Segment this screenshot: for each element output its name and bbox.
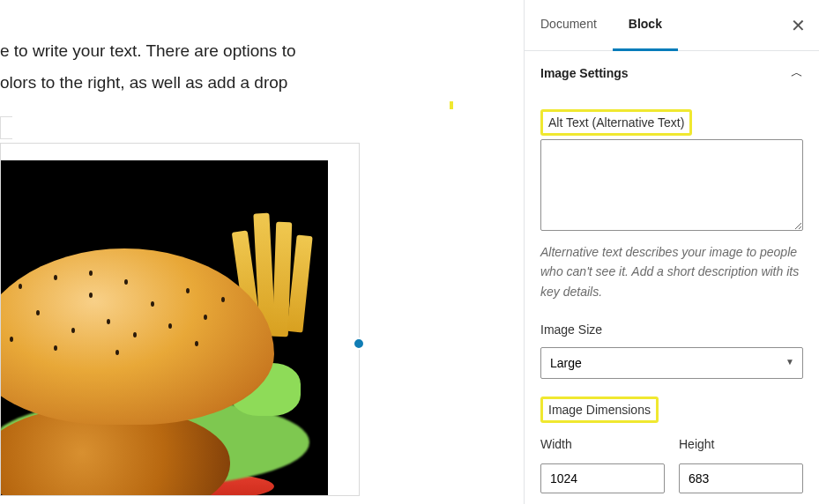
dimensions-row: Width Height (540, 437, 803, 493)
image-settings-panel: Alt Text (Alternative Text) Alternative … (525, 95, 819, 504)
paragraph-text: e to write your text. There are options … (0, 35, 506, 99)
editor-canvas[interactable]: e to write your text. There are options … (0, 0, 524, 504)
image-block[interactable] (0, 143, 360, 496)
inserted-image[interactable] (1, 160, 328, 495)
height-input[interactable] (679, 463, 803, 493)
width-input[interactable] (540, 463, 665, 493)
tab-document[interactable]: Document (525, 0, 613, 51)
close-icon: ✕ (791, 15, 806, 36)
image-size-select[interactable]: Large (540, 347, 803, 379)
alt-text-label: Alt Text (Alternative Text) (548, 115, 684, 130)
close-sidebar-button[interactable]: ✕ (782, 10, 814, 41)
image-resize-handle[interactable] (353, 337, 365, 350)
alt-text-help: Alternative text describes your image to… (540, 242, 803, 301)
image-dimensions-label: Image Dimensions (548, 403, 651, 417)
alt-text-label-highlight: Alt Text (Alternative Text) (540, 109, 692, 136)
decorative-mark (450, 101, 453, 109)
settings-sidebar: Document Block ✕ Image Settings ︿ Alt Te… (524, 0, 819, 504)
alt-text-input[interactable] (540, 139, 803, 231)
image-dimensions-label-highlight: Image Dimensions (540, 397, 659, 423)
image-settings-panel-header[interactable]: Image Settings ︿ (525, 51, 819, 95)
sidebar-tabs: Document Block ✕ (525, 0, 819, 51)
height-label: Height (679, 437, 714, 451)
image-size-label: Image Size (540, 322, 602, 337)
chevron-up-icon: ︿ (791, 65, 803, 81)
block-toolbar-edge (0, 116, 12, 139)
width-label: Width (540, 437, 572, 451)
tab-block[interactable]: Block (613, 0, 678, 51)
panel-title: Image Settings (540, 66, 629, 80)
